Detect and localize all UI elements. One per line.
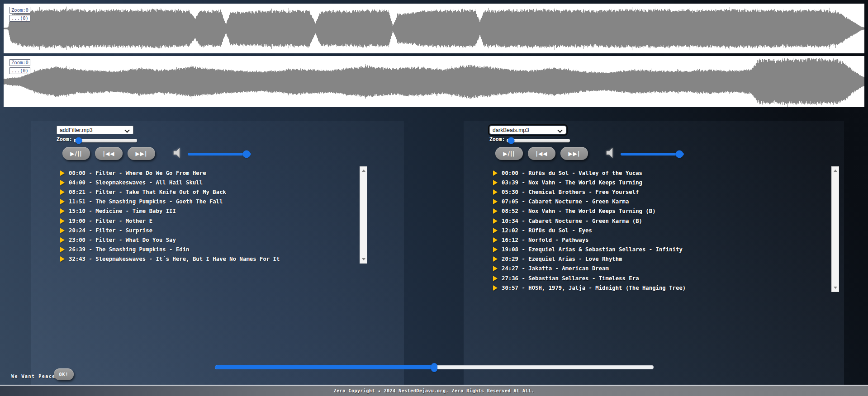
peace-message: We Want Peace. (11, 374, 59, 379)
scroll-up-icon[interactable] (834, 170, 837, 172)
chevron-down-icon (557, 127, 562, 132)
ok-button[interactable]: OK! (54, 368, 74, 380)
track-label: 20:29 - Ezequiel Arias - Love Rhythm (502, 256, 622, 262)
play-icon[interactable] (493, 189, 498, 195)
previous-track-button[interactable]: |◀◀ (95, 147, 123, 160)
volume-slider[interactable] (621, 153, 684, 156)
scroll-down-icon[interactable] (362, 258, 365, 260)
waveform-zoom-badge: Zoom:0 (9, 7, 30, 14)
playlist-item[interactable]: 08:52 - Nox Vahn - The World Keeps Turni… (493, 207, 686, 216)
waveform-zoom-badge: Zoom:0 (9, 59, 30, 66)
track-label: 10:34 - Cabaret Nocturne - Green Karma (… (502, 218, 642, 224)
playlist-scrollbar[interactable] (831, 166, 839, 292)
track-label: 32:43 - Sleepmakeswaves - It´s Here, But… (69, 256, 280, 262)
track-label: 15:10 - Medicine - Time Baby III (69, 208, 176, 214)
playlist-item[interactable]: 15:10 - Medicine - Time Baby III (60, 207, 280, 216)
playlist-item[interactable]: 07:05 - Cabaret Nocturne - Green Karma (493, 197, 686, 207)
playlist: 00:00 - Filter - Where Do We Go From Her… (60, 168, 280, 264)
zoom-slider[interactable] (74, 139, 137, 142)
volume-slider[interactable] (188, 153, 251, 156)
play-icon[interactable] (60, 228, 65, 233)
playlist-item[interactable]: 19:00 - Filter - Mother E (60, 216, 280, 226)
playlist-item[interactable]: 16:12 - Norfold - Pathways (493, 235, 686, 245)
track-label: 00:00 - Rüfüs du Sol - Valley of the Yuc… (502, 170, 642, 176)
crossfader-thumb[interactable] (431, 363, 437, 372)
playlist-item[interactable]: 08:21 - Filter - Take That Knife Out of … (60, 187, 280, 197)
play-icon[interactable] (493, 208, 498, 214)
track-label: 24:27 - Jakatta - American Dream (502, 265, 609, 272)
track-label: 26:39 - The Smashing Pumpkins - Edin (69, 246, 190, 253)
play-icon[interactable] (60, 247, 65, 252)
previous-track-button[interactable]: |◀◀ (528, 147, 555, 160)
play-icon[interactable] (60, 208, 65, 214)
play-pause-button[interactable]: ▶/|| (495, 147, 523, 160)
playlist-item[interactable]: 00:00 - Rüfüs du Sol - Valley of the Yuc… (493, 168, 686, 178)
play-icon[interactable] (493, 276, 498, 281)
volume-slider-thumb[interactable] (676, 151, 683, 158)
deck-panel-left: addFilter.mp3 Zoom: ▶/|| |◀◀ ▶▶| 00:00 -… (31, 121, 404, 385)
play-icon[interactable] (60, 237, 65, 243)
zoom-slider-thumb[interactable] (76, 137, 82, 144)
waveform-canvas[interactable] (4, 56, 864, 107)
track-label: 16:12 - Norfold - Pathways (502, 237, 589, 243)
play-icon[interactable] (60, 199, 65, 204)
file-select[interactable]: addFilter.mp3 (57, 126, 133, 134)
file-select-value: addFilter.mp3 (60, 127, 93, 133)
play-icon[interactable] (493, 237, 498, 243)
playlist-item[interactable]: 04:00 - Sleepmakeswaves - All Hail Skull (60, 178, 280, 187)
scroll-down-icon[interactable] (834, 287, 837, 289)
next-track-button[interactable]: ▶▶| (128, 147, 155, 160)
play-icon[interactable] (493, 247, 498, 252)
playlist-item[interactable]: 00:00 - Filter - Where Do We Go From Her… (60, 168, 280, 178)
playlist-item[interactable]: 10:34 - Cabaret Nocturne - Green Karma (… (493, 216, 686, 226)
play-icon[interactable] (493, 228, 498, 233)
track-label: 00:00 - Filter - Where Do We Go From Her… (69, 170, 206, 176)
play-icon[interactable] (493, 218, 498, 224)
zoom-slider-thumb[interactable] (508, 137, 514, 144)
waveform-canvas[interactable] (4, 4, 864, 53)
speaker-icon (173, 147, 184, 158)
play-icon[interactable] (493, 256, 498, 262)
play-icon[interactable] (493, 285, 498, 291)
playlist-item[interactable]: 19:08 - Ezequiel Arias & Sebastian Sella… (493, 245, 686, 255)
play-icon[interactable] (60, 218, 65, 224)
play-icon[interactable] (60, 180, 65, 185)
track-label: 05:30 - Chemical Brothers - Free Yoursel… (502, 189, 639, 195)
playlist-item[interactable]: 23:00 - Filter - What Do You Say (60, 235, 280, 245)
play-icon[interactable] (60, 170, 65, 176)
next-track-button[interactable]: ▶▶| (560, 147, 588, 160)
playlist-item[interactable]: 32:43 - Sleepmakeswaves - It´s Here, But… (60, 255, 280, 264)
track-label: 27:36 - Sebastian Sellares - Timeless Er… (502, 275, 639, 282)
play-icon[interactable] (60, 256, 65, 262)
waveform-display-top[interactable]: Zoom:0 ...(0) (4, 4, 864, 53)
play-icon[interactable] (493, 266, 498, 271)
playlist-item[interactable]: 11:51 - The Smashing Pumpkins - Goeth Th… (60, 197, 280, 207)
playlist-item[interactable]: 27:36 - Sebastian Sellares - Timeless Er… (493, 273, 686, 283)
play-icon[interactable] (493, 180, 498, 185)
waveform-display-bottom[interactable]: Zoom:0 ...(0) (4, 56, 864, 107)
waveform-info-badge: ...(0) (9, 15, 30, 22)
track-label: 23:00 - Filter - What Do You Say (69, 237, 176, 243)
scroll-up-icon[interactable] (362, 170, 365, 172)
play-icon[interactable] (493, 170, 498, 176)
playlist-scrollbar[interactable] (360, 166, 367, 264)
playlist-item[interactable]: 24:27 - Jakatta - American Dream (493, 264, 686, 273)
file-select[interactable]: darkBeats.mp3 (489, 126, 566, 134)
play-pause-button[interactable]: ▶/|| (62, 147, 90, 160)
playlist-item[interactable]: 12:02 - Rüfüs du Sol - Eyes (493, 226, 686, 235)
playlist-item[interactable]: 20:29 - Ezequiel Arias - Love Rhythm (493, 255, 686, 264)
crossfader-slider[interactable] (215, 365, 654, 369)
playlist-item[interactable]: 05:30 - Chemical Brothers - Free Yoursel… (493, 187, 686, 197)
playlist-item[interactable]: 03:39 - Nox Vahn - The World Keeps Turni… (493, 178, 686, 187)
speaker-icon (606, 147, 617, 158)
playlist-item[interactable]: 30:57 - HOSH, 1979, Jalja - Midnight (Th… (493, 283, 686, 292)
track-label: 20:24 - Filter - Surprise (69, 227, 152, 234)
playlist-item[interactable]: 20:24 - Filter - Surprise (60, 226, 280, 235)
zoom-slider[interactable] (507, 139, 570, 142)
play-icon[interactable] (60, 189, 65, 195)
track-label: 08:52 - Nox Vahn - The World Keeps Turni… (502, 208, 656, 214)
volume-slider-thumb[interactable] (243, 151, 251, 158)
play-icon[interactable] (493, 199, 498, 204)
playlist-item[interactable]: 26:39 - The Smashing Pumpkins - Edin (60, 245, 280, 255)
track-label: 04:00 - Sleepmakeswaves - All Hail Skull (69, 179, 203, 186)
